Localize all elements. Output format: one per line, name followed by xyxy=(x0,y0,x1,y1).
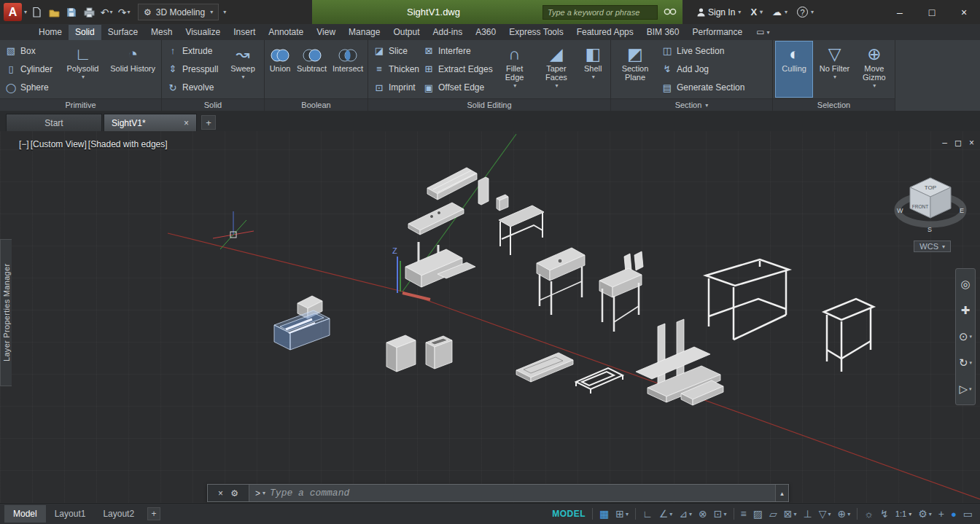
shell-arrow-icon[interactable]: ▾ xyxy=(592,73,595,82)
command-customize-icon[interactable]: ⚙ xyxy=(230,488,238,498)
sign-in-button[interactable]: Sign In ▾ xyxy=(693,4,744,21)
panel-title-primitive[interactable]: Primitive xyxy=(0,98,161,111)
sweep-arrow-icon[interactable]: ▾ xyxy=(241,73,244,82)
layer-properties-palette-tab[interactable]: Layer Properties Manager xyxy=(0,239,12,386)
tab-manage[interactable]: Manage xyxy=(342,25,386,40)
tab-insert[interactable]: Insert xyxy=(227,25,262,40)
clean-screen-button[interactable]: ▭ xyxy=(963,508,973,520)
qat-customize-arrow-icon[interactable]: ▾ xyxy=(223,9,226,15)
new-layout-button[interactable]: + xyxy=(147,507,160,520)
object-table-2[interactable] xyxy=(537,248,585,315)
command-history-button[interactable]: ▴ xyxy=(775,485,788,501)
view-control[interactable]: [Custom View] xyxy=(31,139,87,149)
command-line-grip[interactable]: × ⚙ xyxy=(208,485,249,501)
tab-performance[interactable]: Performance xyxy=(685,25,749,40)
sweep-button[interactable]: ↝ Sweep ▾ xyxy=(225,42,260,97)
add-jog-button[interactable]: ↯Add Jog xyxy=(658,60,753,78)
undo-button[interactable]: ↶▾ xyxy=(98,4,114,21)
tab-mesh[interactable]: Mesh xyxy=(144,25,179,40)
infocenter-search[interactable] xyxy=(542,5,658,20)
polar-tracking-toggle[interactable]: ∠▾ xyxy=(659,508,673,520)
panel-title-solid[interactable]: Solid xyxy=(162,98,264,111)
search-binoculars-icon[interactable] xyxy=(664,6,677,18)
exchange-apps-button[interactable]: X ▾ xyxy=(747,4,766,21)
filter-arrow-icon[interactable]: ▾ xyxy=(828,511,831,517)
tab-surface[interactable]: Surface xyxy=(101,25,144,40)
workspace-switching-button[interactable]: ⚙▾ xyxy=(918,508,932,520)
showmotion-button[interactable]: ▷▾ xyxy=(956,376,975,402)
slice-button[interactable]: ◪Slice xyxy=(370,42,419,60)
annotation-visibility-toggle[interactable]: ☼ xyxy=(864,508,874,520)
tab-solid[interactable]: Solid xyxy=(69,25,101,40)
save-button[interactable] xyxy=(63,4,79,21)
object-bracket[interactable] xyxy=(497,195,508,211)
no-filter-button[interactable]: ▽ No Filter ▾ xyxy=(815,42,853,97)
intersect-button[interactable]: Intersect xyxy=(330,42,365,97)
annotation-monitor-toggle[interactable]: + xyxy=(938,508,944,520)
app-menu-button[interactable]: A xyxy=(4,3,22,21)
viewport-canvas[interactable]: Z xyxy=(0,131,980,503)
shell-button[interactable]: ◧ Shell ▾ xyxy=(578,42,608,97)
grid-toggle[interactable]: ▦ xyxy=(599,508,609,520)
pan-button[interactable]: ✚ xyxy=(956,297,975,324)
tab-home[interactable]: Home xyxy=(32,25,69,40)
connect-button[interactable]: ☁ ▾ xyxy=(769,4,791,21)
command-close-icon[interactable]: × xyxy=(218,488,223,498)
object-table-frame-small[interactable] xyxy=(499,206,544,255)
close-button[interactable]: × xyxy=(948,0,980,24)
model-objects[interactable] xyxy=(274,168,874,405)
object-flat-plate[interactable] xyxy=(516,353,573,382)
isodraft-arrow-icon[interactable]: ▾ xyxy=(689,511,692,517)
panel-title-selection[interactable]: Selection xyxy=(773,98,895,111)
snap-arrow-icon[interactable]: ▾ xyxy=(626,511,629,517)
full-navigation-wheel-button[interactable]: ◎ xyxy=(956,271,975,297)
maximize-button[interactable]: □ xyxy=(916,0,948,24)
object-open-frame[interactable] xyxy=(576,368,623,394)
ribbon-display-toggle[interactable]: ▭▾ xyxy=(756,27,769,40)
plot-button[interactable] xyxy=(81,4,97,21)
minimize-button[interactable]: – xyxy=(884,0,916,24)
ortho-toggle[interactable]: ∟ xyxy=(642,508,653,520)
object-rail[interactable] xyxy=(427,168,477,200)
polysolid-arrow-icon[interactable]: ▾ xyxy=(82,73,85,82)
selection-cycling-toggle[interactable]: ▱ xyxy=(769,508,777,520)
extrude-button[interactable]: ↑Extrude xyxy=(164,42,224,60)
new-file-button[interactable] xyxy=(28,4,44,21)
isodraft-toggle[interactable]: ⊿▾ xyxy=(679,508,692,520)
object-pin[interactable] xyxy=(478,177,489,205)
redo-button[interactable]: ↷▾ xyxy=(116,4,132,21)
culling-button[interactable]: ◐ Culling xyxy=(776,42,812,97)
subtract-button[interactable]: Subtract xyxy=(295,42,329,97)
solid-history-button[interactable]: ◔ Solid History xyxy=(106,42,159,97)
gizmo-arrow-icon[interactable]: ▾ xyxy=(847,511,850,517)
snap-toggle[interactable]: ⊞▾ xyxy=(615,508,629,520)
panel-title-section[interactable]: Section▾ xyxy=(611,98,772,111)
layout-tab-layout2[interactable]: Layout2 xyxy=(94,505,143,523)
gizmo-toggle[interactable]: ⊕▾ xyxy=(838,508,851,520)
live-section-button[interactable]: ◫Live Section xyxy=(658,42,753,60)
no-filter-arrow-icon[interactable]: ▾ xyxy=(833,73,836,82)
zoom-button[interactable]: ⊙▾ xyxy=(956,324,975,350)
undo-menu-arrow-icon[interactable]: ▾ xyxy=(109,9,112,15)
viewcube-west-label[interactable]: W xyxy=(897,207,903,214)
orbit-button[interactable]: ↻▾ xyxy=(956,350,975,376)
tab-addins[interactable]: Add-ins xyxy=(426,25,469,40)
taper-faces-button[interactable]: ◢ Taper Faces ▾ xyxy=(536,42,576,97)
object-snap-tracking-toggle[interactable]: ⊗ xyxy=(699,508,707,520)
wcs-menu[interactable]: WCS ▾ xyxy=(914,241,951,252)
tab-close-icon[interactable]: × xyxy=(184,118,189,128)
graphics-performance-button[interactable]: ● xyxy=(951,509,957,520)
tab-visualize[interactable]: Visualize xyxy=(179,25,227,40)
tab-express-tools[interactable]: Express Tools xyxy=(502,25,569,40)
osnap-arrow-icon[interactable]: ▾ xyxy=(724,511,727,517)
fillet-edge-arrow-icon[interactable]: ▾ xyxy=(513,82,516,90)
revolve-button[interactable]: ↻Revolve xyxy=(164,79,224,96)
doc-minimize-icon[interactable]: – xyxy=(942,138,947,148)
fillet-edge-button[interactable]: ∩ Fillet Edge ▾ xyxy=(494,42,534,97)
object-table-3[interactable] xyxy=(599,268,642,332)
thicken-button[interactable]: ≡Thicken xyxy=(370,60,419,78)
file-tab-start[interactable]: Start xyxy=(6,114,102,131)
imprint-button[interactable]: ⊡Imprint xyxy=(370,79,419,96)
move-gizmo-button[interactable]: ⊕ Move Gizmo ▾ xyxy=(857,42,892,97)
model-space-button[interactable]: MODEL xyxy=(552,509,586,519)
